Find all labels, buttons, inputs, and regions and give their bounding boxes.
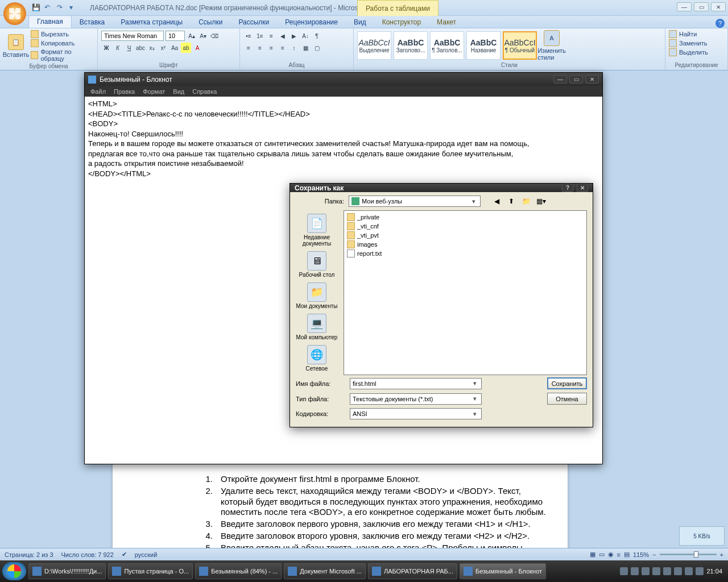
place-2[interactable]: 📁Мои документы [296, 282, 338, 309]
style-heading2[interactable]: AaBbC¶ Заголов... [430, 31, 464, 60]
tray-icon[interactable] [652, 567, 660, 575]
new-folder-icon[interactable]: 📁 [520, 196, 532, 207]
style-normal[interactable]: AaBbCcI¶ Обычный [503, 31, 537, 60]
font-name-combo[interactable]: Times New Roman [101, 31, 164, 41]
indent-dec-icon[interactable]: ◀ [278, 31, 288, 41]
place-4[interactable]: 🌐Сетевое [306, 345, 328, 372]
encoding-combo[interactable]: ANSI▾ [350, 408, 482, 419]
tray-icon[interactable] [642, 567, 650, 575]
clear-format-icon[interactable]: ⌫ [209, 31, 220, 41]
superscript-icon[interactable]: x² [158, 43, 168, 53]
borders-icon[interactable]: ▢ [312, 43, 322, 53]
zoom-in[interactable]: + [720, 551, 723, 558]
place-0[interactable]: 📄Недавние документы [291, 214, 342, 247]
contextual-tab-table-tools[interactable]: Работа с таблицами [357, 0, 439, 16]
taskbar-item[interactable]: Безымянный (84%) - ... [195, 563, 282, 579]
style-heading1[interactable]: AaBbCЗаголово... [394, 31, 428, 60]
taskbar-item[interactable]: D:\Works\!!!!!!!!!!Ди... [28, 563, 106, 579]
change-case-icon[interactable]: Aa [169, 43, 180, 53]
subscript-icon[interactable]: x₂ [147, 43, 157, 53]
status-language[interactable]: русский [135, 551, 157, 558]
sort-icon[interactable]: A↓ [300, 31, 311, 41]
format-painter-button[interactable]: Формат по образцу [31, 48, 94, 63]
select-button[interactable]: Выделить [669, 48, 724, 57]
file-item[interactable]: report.txt [346, 249, 585, 258]
start-button[interactable] [2, 562, 26, 580]
zoom-out[interactable]: − [652, 551, 656, 558]
italic-icon[interactable]: К [113, 43, 123, 53]
tab-home[interactable]: Главная [28, 15, 72, 28]
line-spacing-icon[interactable]: ↕ [289, 43, 299, 53]
cut-button[interactable]: Вырезать [31, 30, 94, 39]
tab-insert[interactable]: Вставка [72, 16, 113, 28]
tray-icon[interactable] [620, 567, 628, 575]
back-icon[interactable]: ◀ [491, 196, 502, 207]
menu-file[interactable]: Файл [90, 88, 106, 95]
underline-icon[interactable]: Ч [124, 43, 134, 53]
view-draft-icon[interactable]: ▤ [624, 551, 630, 558]
system-tray[interactable]: 21:04 [620, 567, 726, 575]
align-right-icon[interactable]: ≡ [266, 43, 276, 53]
notepad-titlebar[interactable]: Безымянный - Блокнот — ▭ ✕ [85, 73, 602, 86]
file-item[interactable]: _private [346, 213, 585, 222]
file-item[interactable]: _vti_pvt [346, 231, 585, 240]
font-color-icon[interactable]: A [192, 43, 202, 53]
tray-icon[interactable] [631, 567, 639, 575]
close-button[interactable]: ✕ [711, 2, 726, 11]
paste-button[interactable]: 📋Вставить [3, 34, 28, 58]
status-page[interactable]: Страница: 2 из 3 [5, 551, 53, 558]
copy-button[interactable]: Копировать [31, 39, 94, 48]
tray-icon[interactable] [696, 567, 704, 575]
taskbar-item[interactable]: Безымянный - Блокнот [460, 563, 546, 579]
strike-icon[interactable]: abc [135, 43, 146, 53]
find-button[interactable]: Найти [669, 30, 724, 39]
menu-view[interactable]: Вид [173, 88, 184, 95]
tab-mailings[interactable]: Рассылки [230, 16, 277, 28]
menu-format[interactable]: Формат [143, 88, 165, 95]
office-button[interactable] [3, 2, 26, 25]
view-web-icon[interactable]: ◉ [608, 551, 614, 558]
highlight-icon[interactable]: ab [181, 43, 191, 53]
numbering-icon[interactable]: 1≡ [255, 31, 265, 41]
filename-input[interactable]: first.html▾ [350, 378, 482, 389]
zoom-value[interactable]: 115% [633, 551, 649, 558]
tab-page-layout[interactable]: Разметка страницы [113, 16, 191, 28]
taskbar-item[interactable]: Пустая страница - O... [108, 563, 193, 579]
save-button[interactable]: Сохранить [547, 377, 587, 389]
menu-edit[interactable]: Правка [114, 88, 135, 95]
notepad-minimize[interactable]: — [553, 75, 567, 84]
pilcrow-icon[interactable]: ¶ [312, 31, 322, 41]
views-icon[interactable]: ▦▾ [535, 196, 547, 207]
taskbar-item[interactable]: Документ Microsoft ... [284, 563, 366, 579]
style-title[interactable]: AaBbCНазвание [466, 31, 500, 60]
grow-font-icon[interactable]: A▴ [187, 31, 197, 41]
justify-icon[interactable]: ≡ [278, 43, 288, 53]
file-list[interactable]: _private_vti_cnf_vti_pvtimagesreport.txt [344, 210, 587, 375]
qat-save-icon[interactable]: 💾 [32, 3, 41, 13]
clock[interactable]: 21:04 [706, 568, 722, 575]
replace-button[interactable]: Заменить [669, 39, 724, 48]
tab-review[interactable]: Рецензирование [277, 16, 346, 28]
cancel-button[interactable]: Отмена [547, 393, 587, 405]
place-3[interactable]: 💻Мой компьютер [296, 314, 338, 340]
qat-undo-icon[interactable]: ↶ [44, 3, 53, 13]
file-item[interactable]: _vti_cnf [346, 222, 585, 231]
notepad-maximize[interactable]: ▭ [569, 75, 583, 84]
shrink-font-icon[interactable]: A▾ [198, 31, 208, 41]
font-size-combo[interactable]: 10 [166, 31, 185, 41]
view-full-icon[interactable]: ▭ [599, 551, 605, 558]
multilevel-icon[interactable]: ≡ [266, 31, 276, 41]
minimize-button[interactable]: — [677, 2, 692, 11]
dialog-close[interactable]: ✕ [577, 184, 588, 192]
filetype-combo[interactable]: Текстовые документы (*.txt)▾ [350, 393, 482, 405]
notepad-close[interactable]: ✕ [585, 75, 599, 84]
change-styles-button[interactable]: AИзменить стили [539, 30, 564, 61]
up-icon[interactable]: ⬆ [506, 196, 517, 207]
qat-more-icon[interactable]: ▾ [69, 3, 78, 13]
tab-layout[interactable]: Макет [429, 16, 464, 28]
bullets-icon[interactable]: •≡ [243, 31, 254, 41]
view-outline-icon[interactable]: ≡ [617, 551, 621, 558]
shading-icon[interactable]: ▦ [300, 43, 311, 53]
bold-icon[interactable]: Ж [101, 43, 111, 53]
view-print-icon[interactable]: ▦ [590, 551, 595, 558]
